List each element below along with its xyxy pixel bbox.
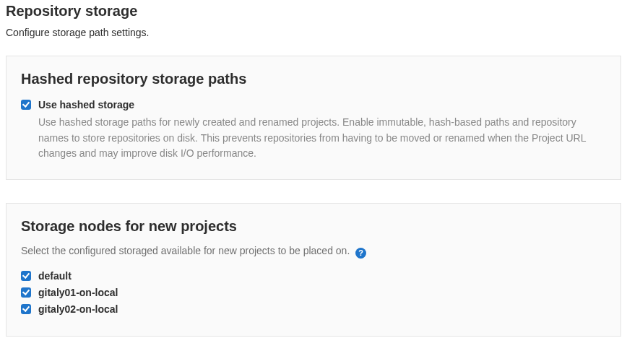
- storage-node-row-gitaly02: gitaly02-on-local: [21, 302, 606, 316]
- help-icon[interactable]: ?: [355, 248, 366, 259]
- page-title: Repository storage: [6, 3, 621, 20]
- storage-nodes-list: default gitaly01-on-local gitaly02-on-lo…: [21, 269, 606, 316]
- page-subtitle: Configure storage path settings.: [6, 27, 621, 38]
- use-hashed-storage-label[interactable]: Use hashed storage: [38, 98, 134, 112]
- nodes-panel-description: Select the configured storaged available…: [21, 245, 606, 259]
- storage-node-label[interactable]: gitaly01-on-local: [38, 285, 118, 300]
- nodes-panel-description-text: Select the configured storaged available…: [21, 245, 350, 256]
- storage-nodes-panel: Storage nodes for new projects Select th…: [6, 203, 621, 337]
- storage-node-row-gitaly01: gitaly01-on-local: [21, 285, 606, 300]
- hashed-storage-help-text: Use hashed storage paths for newly creat…: [38, 115, 606, 162]
- storage-node-row-default: default: [21, 269, 606, 283]
- hashed-storage-panel: Hashed repository storage paths Use hash…: [6, 56, 621, 180]
- storage-node-checkbox-gitaly02[interactable]: [21, 304, 31, 314]
- storage-node-label[interactable]: default: [38, 269, 72, 283]
- use-hashed-storage-row: Use hashed storage: [21, 98, 606, 112]
- storage-node-checkbox-default[interactable]: [21, 271, 31, 281]
- nodes-panel-title: Storage nodes for new projects: [21, 218, 606, 235]
- hashed-panel-title: Hashed repository storage paths: [21, 71, 606, 87]
- use-hashed-storage-checkbox[interactable]: [21, 100, 31, 110]
- storage-node-checkbox-gitaly01[interactable]: [21, 287, 31, 298]
- storage-node-label[interactable]: gitaly02-on-local: [38, 302, 118, 316]
